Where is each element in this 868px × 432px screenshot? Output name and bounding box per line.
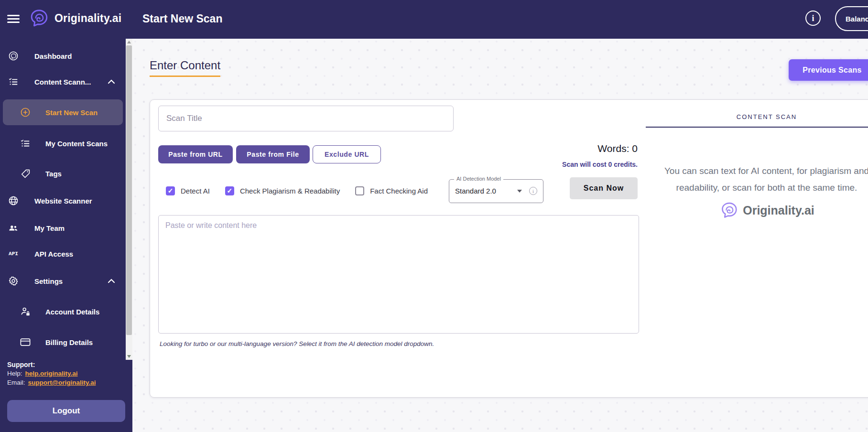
checkmark-icon: ✓ [168, 187, 174, 194]
sidebar-item-label: Start New Scan [45, 108, 98, 117]
sidebar-item-label: Settings [34, 277, 63, 285]
previous-scans-button[interactable]: Previous Scans [789, 59, 868, 81]
sidebar-item-website-scanner[interactable]: Website Scanner [0, 190, 126, 211]
model-dropdown-footnote: Looking for turbo or our multi-language … [160, 340, 434, 347]
sidebar-item-label: Dashboard [34, 52, 72, 60]
sidebar-item-label: Account Details [45, 308, 99, 316]
people-icon [8, 223, 19, 233]
scan-form-card: Paste from URL Paste from File Exclude U… [150, 99, 868, 398]
tag-icon [20, 169, 31, 179]
api-icon: API [8, 251, 19, 257]
paste-from-file-button[interactable]: Paste from File [236, 145, 310, 163]
top-header: Originality.ai Start New Scan i Balance: [0, 0, 868, 39]
page-title: Start New Scan [142, 12, 222, 25]
person-lock-icon [20, 306, 31, 317]
ai-detection-model-select[interactable]: AI Detection Model Standard 2.0 i [449, 179, 543, 203]
model-info-icon[interactable]: i [529, 187, 537, 195]
credit-card-icon [20, 338, 31, 346]
sidebar-item-my-content-scans[interactable]: My Content Scans [0, 133, 126, 154]
tab-underline [646, 127, 868, 128]
model-select-label: AI Detection Model [454, 176, 503, 182]
scan-now-button[interactable]: Scan Now [570, 177, 638, 199]
sidebar-item-account-details[interactable]: Account Details [0, 301, 126, 322]
detect-ai-checkbox[interactable]: ✓ [166, 186, 175, 195]
sidebar-item-api-access[interactable]: API API Access [0, 243, 126, 264]
sidebar-item-content-scanner[interactable]: Content Scann... [0, 71, 126, 92]
paste-from-url-button[interactable]: Paste from URL [158, 145, 233, 163]
exclude-url-button[interactable]: Exclude URL [313, 145, 381, 163]
scan-title-input[interactable] [158, 106, 454, 131]
sidebar-item-label: API Access [34, 250, 73, 258]
main-content: Enter Content Previous Scans Paste from … [132, 39, 868, 432]
fact-checking-label: Fact Checking Aid [370, 187, 428, 195]
scrollbar-thumb[interactable] [126, 45, 132, 335]
sidebar-item-tags[interactable]: Tags [0, 163, 126, 184]
sidebar-item-my-team[interactable]: My Team [0, 217, 126, 238]
model-select-value: Standard 2.0 [455, 187, 496, 195]
sidebar-item-label: Billing Details [45, 338, 93, 346]
logout-button[interactable]: Logout [7, 400, 125, 422]
sidebar-item-label: Content Scann... [34, 78, 91, 86]
sidebar-support-section: Support: Help:help.originality.ai Email:… [0, 360, 132, 432]
panel-description-line1: You can scan text for AI content, for pl… [644, 166, 868, 176]
scrollbar-up-arrow-icon[interactable] [127, 41, 131, 43]
chevron-up-icon [108, 79, 115, 84]
sidebar-nav: Dashboard Content Scann... Start New Sca… [0, 39, 126, 360]
sidebar-item-start-new-scan[interactable]: Start New Scan [3, 99, 123, 125]
app-root: Originality.ai Start New Scan i Balance:… [0, 0, 868, 432]
checkmark-icon: ✓ [227, 187, 233, 194]
content-scan-panel: CONTENT SCAN You can scan text for AI co… [644, 100, 868, 398]
panel-description-line2: readability, or scan for both at the sam… [644, 183, 868, 193]
check-plagiarism-checkbox[interactable]: ✓ [225, 186, 234, 195]
brain-circle-icon [8, 51, 19, 61]
scrollbar-down-arrow-icon[interactable] [127, 355, 131, 358]
globe-icon [8, 195, 19, 206]
fact-checking-checkbox[interactable] [355, 186, 364, 195]
sidebar-item-settings[interactable]: Settings [0, 270, 126, 292]
list-check-icon [20, 138, 31, 149]
sidebar-item-label: Tags [45, 170, 62, 178]
hamburger-menu-icon[interactable] [7, 13, 20, 25]
sidebar-item-label: My Team [34, 224, 65, 232]
sidebar-item-dashboard[interactable]: Dashboard [0, 45, 126, 66]
sidebar-item-label: My Content Scans [45, 140, 108, 148]
panel-brand-logo: Originality.ai [644, 200, 868, 220]
brain-logo-icon [28, 7, 50, 29]
support-help-row: Help:help.originality.ai [7, 370, 78, 377]
sidebar-item-billing-details[interactable]: Billing Details [0, 332, 126, 353]
sidebar-scrollbar[interactable] [126, 39, 132, 360]
sidebar-item-label: Website Scanner [34, 197, 92, 205]
detect-ai-label: Detect AI [181, 187, 210, 195]
help-link[interactable]: help.originality.ai [25, 370, 78, 377]
caret-down-icon [517, 190, 522, 193]
chevron-up-icon [108, 279, 115, 283]
brand: Originality.ai [28, 7, 121, 29]
balance-button[interactable]: Balance: [835, 6, 868, 31]
content-textarea[interactable] [158, 215, 639, 334]
panel-brand-name: Originality.ai [743, 204, 814, 217]
scan-cost-note: Scan will cost 0 credits. [485, 161, 638, 168]
words-count: Words: 0 [485, 143, 638, 154]
brain-logo-icon [719, 200, 739, 220]
tab-content-scan[interactable]: CONTENT SCAN [644, 113, 868, 120]
list-check-icon [8, 76, 19, 87]
brand-name: Originality.ai [54, 12, 121, 25]
check-plagiarism-label: Check Plagiarism & Readability [240, 187, 340, 195]
enter-content-heading: Enter Content [150, 59, 220, 77]
support-email-row: Email:support@originality.ai [7, 379, 96, 386]
scan-options-row: ✓ Detect AI ✓ Check Plagiarism & Readabi… [166, 182, 443, 199]
support-title: Support: [7, 361, 35, 368]
email-link[interactable]: support@originality.ai [28, 379, 96, 386]
gear-icon [8, 276, 19, 286]
plus-circle-icon [20, 107, 31, 118]
info-icon[interactable]: i [805, 11, 821, 26]
